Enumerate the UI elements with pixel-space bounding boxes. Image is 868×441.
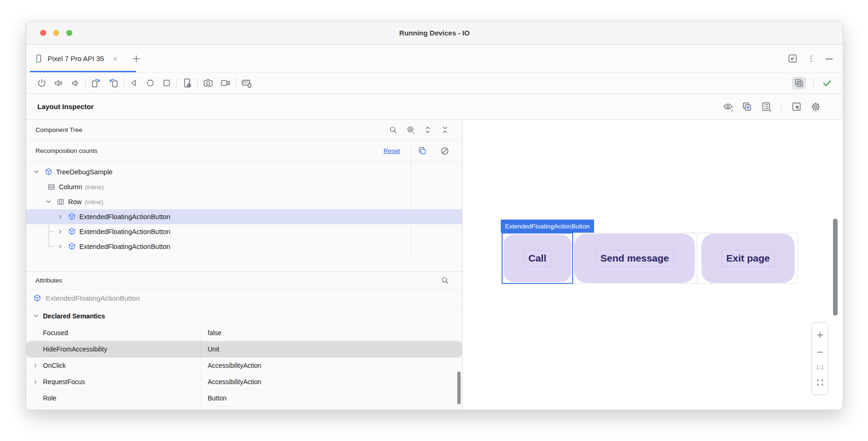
export-snapshot-icon[interactable] — [742, 101, 753, 112]
layout-inspector-toggle-icon[interactable] — [792, 77, 806, 90]
compose-node-icon — [44, 167, 53, 177]
attr-row-role[interactable]: Role Button — [26, 390, 462, 407]
send-message-button[interactable]: Send message — [574, 234, 695, 283]
more-icon[interactable] — [806, 54, 816, 63]
compose-node-icon — [33, 294, 42, 303]
attributes-scrollbar[interactable] — [457, 372, 461, 404]
tree-node-label: ExtendedFloatingActionButton — [79, 213, 170, 220]
search-icon[interactable] — [440, 276, 450, 285]
exit-page-button[interactable]: Exit page — [701, 234, 795, 283]
layout-inspector-header: Layout Inspector — [26, 94, 843, 120]
ban-icon[interactable] — [440, 146, 450, 156]
approve-icon[interactable] — [821, 77, 833, 89]
collapse-all-icon[interactable] — [440, 125, 450, 135]
screenshot-icon[interactable] — [203, 77, 214, 89]
chevron-down-icon[interactable] — [44, 197, 53, 207]
chevron-down-icon[interactable] — [32, 312, 40, 320]
expand-all-icon[interactable] — [423, 125, 433, 135]
highlight-options-icon[interactable] — [406, 125, 415, 135]
recomposition-counts-label: Recomposition counts — [35, 147, 98, 154]
layout-inspector-title: Layout Inspector — [37, 103, 94, 110]
device-settings-icon[interactable] — [182, 77, 193, 89]
dock-icon[interactable] — [787, 53, 798, 64]
zoom-out-icon[interactable] — [815, 347, 825, 357]
exit-page-button-label: Exit page — [721, 250, 774, 267]
volume-up-icon[interactable] — [53, 78, 64, 89]
overview-icon[interactable] — [161, 78, 172, 88]
rotate-right-icon[interactable] — [108, 77, 119, 89]
chevron-down-icon[interactable] — [32, 167, 41, 177]
zoom-controls: 1:1 — [812, 322, 828, 395]
selected-component-row: ExtendedFloatingActionButton — [26, 289, 462, 307]
attr-name: OnClick — [26, 362, 201, 369]
home-icon[interactable] — [145, 78, 155, 88]
zoom-fit-icon[interactable] — [816, 378, 825, 387]
hardware-input-icon[interactable] — [241, 77, 252, 89]
minimize-icon[interactable] — [824, 54, 834, 64]
tree-node-extendedfloatingactionbutton-1[interactable]: ExtendedFloatingActionButton — [26, 209, 462, 224]
preview-scrollbar[interactable] — [833, 219, 838, 316]
recomposition-column-divider — [411, 140, 411, 256]
tree-node-extendedfloatingactionbutton-2[interactable]: ExtendedFloatingActionButton — [26, 224, 462, 239]
visibility-icon[interactable] — [722, 101, 734, 112]
volume-down-icon[interactable] — [70, 78, 81, 89]
chevron-right-icon[interactable] — [56, 242, 64, 251]
compose-node-icon — [67, 242, 77, 251]
row-icon — [56, 197, 65, 207]
tree-node-column[interactable]: Column (inline) — [26, 179, 462, 194]
attr-row-onclick[interactable]: OnClick AccessibilityAction — [26, 358, 462, 374]
tree-node-row[interactable]: Row (inline) — [26, 194, 462, 209]
running-devices-window: Running Devices - IO Pixel 7 Pro API 35 — [26, 21, 843, 410]
gear-icon[interactable] — [810, 101, 821, 112]
select-component-icon[interactable] — [791, 101, 802, 112]
chevron-right-icon[interactable] — [56, 227, 64, 236]
column-icon — [47, 182, 56, 192]
tree-node-label: ExtendedFloatingActionButton — [79, 228, 170, 235]
selected-component-name: ExtendedFloatingActionButton — [46, 294, 140, 302]
tree-node-extendedfloatingactionbutton-3[interactable]: ExtendedFloatingActionButton — [26, 239, 462, 254]
tree-node-treedebugsample[interactable]: TreeDebugSample — [26, 165, 462, 179]
attr-name: HideFromAccessibility — [26, 345, 201, 353]
call-button[interactable]: Call — [504, 234, 571, 282]
component-tree-title: Component Tree — [35, 126, 83, 133]
attr-value: Unit — [201, 341, 462, 357]
reset-link[interactable]: Reset — [384, 147, 400, 154]
attr-row-hidefromaccessibility[interactable]: HideFromAccessibility Unit — [26, 341, 462, 358]
device-preview: ExtendedFloatingActionButton Call Send m… — [462, 120, 843, 410]
tree-options-icon[interactable] — [761, 101, 772, 112]
attr-name: RequestFocus — [26, 378, 201, 386]
attr-value: false — [201, 325, 462, 341]
tree-node-label: TreeDebugSample — [56, 168, 112, 176]
recomposition-counts-row: Recomposition counts Reset — [26, 140, 462, 162]
chevron-right-icon[interactable] — [56, 213, 64, 221]
tree-node-label: Column — [59, 183, 82, 191]
attr-name: Role — [26, 394, 201, 402]
inspect-layers-icon — [794, 78, 804, 88]
call-button-label: Call — [524, 250, 551, 267]
zoom-in-icon[interactable] — [815, 330, 825, 340]
attr-row-requestfocus[interactable]: RequestFocus AccessibilityAction — [26, 374, 462, 390]
chevron-right-icon[interactable] — [32, 378, 39, 386]
rotate-left-icon[interactable] — [91, 77, 102, 89]
layout-bounds-line — [697, 233, 697, 284]
compose-node-icon — [67, 227, 77, 236]
declared-semantics-section[interactable]: Declared Semantics — [26, 307, 462, 325]
device-toolbar — [26, 73, 843, 94]
tab-pixel-7-pro[interactable]: Pixel 7 Pro API 35 — [26, 45, 122, 72]
power-icon[interactable] — [36, 78, 47, 89]
back-icon[interactable] — [129, 78, 139, 88]
attr-row-focused[interactable]: Focused false — [26, 325, 462, 341]
tree-node-suffix: (inline) — [85, 184, 104, 191]
plus-icon[interactable] — [131, 54, 141, 64]
zoom-ratio-button[interactable]: 1:1 — [816, 364, 824, 371]
component-tree-header: Component Tree — [26, 120, 462, 140]
screen-record-icon[interactable] — [220, 77, 231, 89]
close-icon[interactable] — [112, 55, 119, 62]
search-icon[interactable] — [388, 125, 398, 135]
attr-value: AccessibilityAction — [201, 374, 462, 390]
component-tree: TreeDebugSample Column (inline) — [26, 162, 462, 256]
declared-semantics-title: Declared Semantics — [43, 312, 105, 320]
chevron-right-icon[interactable] — [32, 362, 39, 369]
attributes-header: Attributes — [26, 272, 462, 289]
copy-icon[interactable] — [417, 146, 427, 156]
